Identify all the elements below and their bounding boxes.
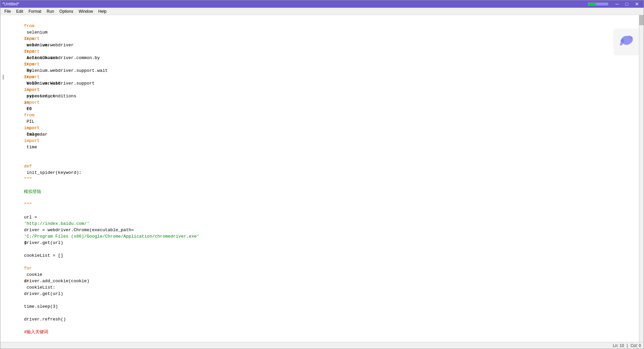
code-line-23: def init_spider(keyword): (3, 157, 641, 163)
keyword-from: from (24, 23, 34, 29)
status-col: Col: 0 (631, 343, 641, 348)
code-line-19: import time (3, 131, 641, 138)
code-line-48: #输入关键词 (3, 316, 641, 322)
code-line-45 (3, 297, 641, 303)
code-line-8 (3, 61, 641, 67)
code-line-32: driver = webdriver.Chrome(executable_pat… (3, 214, 641, 220)
code-line-11: import pytesseract (3, 80, 641, 87)
code-line-41 (3, 271, 641, 278)
status-ln: Ln: 10 (613, 343, 624, 348)
code-line-2 (3, 23, 641, 29)
code-line-15: from PIL import Image (3, 106, 641, 112)
title-bar: *Untitled* ─ □ ✕ (0, 0, 644, 8)
code-line-26: 模拟登陆 (3, 176, 641, 182)
menu-window[interactable]: Window (76, 8, 96, 14)
code-line-44: time.sleep(3) (3, 291, 641, 297)
menu-options[interactable]: Options (57, 8, 76, 14)
code-line-42: driver.get(url) (3, 278, 641, 284)
code-line-24: """ (3, 163, 641, 169)
code-line-29 (3, 195, 641, 201)
code-line-25 (3, 169, 641, 176)
title-bar-title: *Untitled* (2, 2, 19, 6)
code-line-43 (3, 284, 641, 291)
code-line-46: driver.refresh() (3, 303, 641, 310)
code-line-4 (3, 36, 641, 42)
code-line-17: import calendar (3, 118, 641, 125)
code-line-21 (3, 144, 641, 150)
minimize-button[interactable]: ─ (613, 1, 622, 7)
menu-edit[interactable]: Edit (13, 8, 26, 14)
code-line-50: WebDriverWait(driver, 10, 0.5).until( (3, 329, 641, 335)
code-line-16 (3, 112, 641, 118)
code-line-28: """ (3, 189, 641, 195)
code-line-36: cookieList = [] (3, 240, 641, 246)
logo-area (613, 29, 640, 55)
code-line-20 (3, 138, 641, 144)
code-line-12 (3, 87, 641, 93)
main-window: *Untitled* ─ □ ✕ File Edit Format Run Op… (0, 0, 644, 349)
code-line-14 (3, 99, 641, 106)
code-editor[interactable]: from selenium import webdriver from sele… (0, 15, 644, 342)
code-line-10 (3, 74, 641, 80)
text-cursor (3, 75, 3, 80)
menu-file[interactable]: File (2, 8, 13, 14)
scrollbar-thumb[interactable] (639, 15, 644, 25)
scrollbar-vertical[interactable] (639, 15, 644, 342)
code-line-5: from selenium.webdriver.common.by import… (3, 42, 641, 48)
progress-bar (588, 3, 608, 5)
close-button[interactable]: ✕ (632, 1, 642, 7)
code-line-1: from selenium import webdriver (3, 16, 641, 23)
code-line-18 (3, 125, 641, 131)
status-bar: Ln: 10 | Col: 0 (0, 342, 644, 349)
menu-bar: File Edit Format Run Options Window Help (0, 8, 644, 15)
code-line-13: import re (3, 93, 641, 99)
menu-run[interactable]: Run (44, 8, 57, 14)
code-line-37 (3, 246, 641, 252)
bird-logo-icon (618, 33, 636, 51)
code-line-31 (3, 208, 641, 214)
progress-fill (588, 3, 596, 5)
menu-format[interactable]: Format (26, 8, 44, 14)
menu-help[interactable]: Help (96, 8, 109, 14)
code-line-47 (3, 310, 641, 316)
code-line-38: for cookie in cookieList: (3, 252, 641, 259)
code-line-3: from selenium.webdriver import ActionCha… (3, 29, 641, 36)
code-line-33 (3, 220, 641, 227)
code-line-39 (3, 259, 641, 265)
code-line-22 (3, 150, 641, 157)
maximize-button[interactable]: □ (623, 1, 631, 7)
code-line-49 (3, 322, 641, 329)
code-line-40: driver.add_cookie(cookie) (3, 265, 641, 271)
code-line-27 (3, 182, 641, 189)
code-line-30: url = 'http://index.baidu.com/' (3, 201, 641, 208)
code-line-6 (3, 48, 641, 55)
editor-container: from selenium import webdriver from sele… (0, 15, 644, 342)
